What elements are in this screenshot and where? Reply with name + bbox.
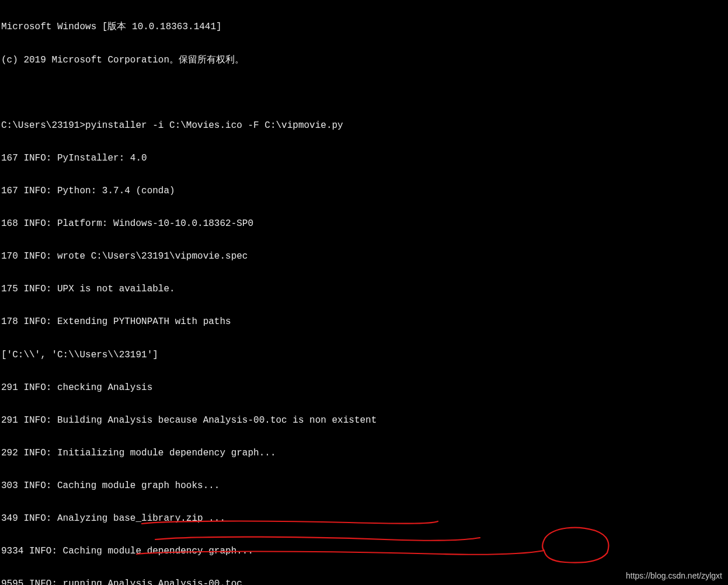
output-line: 292 INFO: Initializing module dependency… [0, 448, 728, 459]
output-line: 178 INFO: Extending PYTHONPATH with path… [0, 316, 728, 328]
blank-line [0, 88, 728, 99]
output-line: ['C:\\', 'C:\\Users\\23191'] [0, 350, 728, 361]
output-line: 291 INFO: checking Analysis [0, 382, 728, 394]
command-prompt: C:\Users\23191>pyinstaller -i C:\Movies.… [0, 120, 728, 131]
output-line: 349 INFO: Analyzing base_library.zip ... [0, 513, 728, 524]
header-line: (c) 2019 Microsoft Corporation。保留所有权利。 [0, 55, 728, 66]
header-line: Microsoft Windows [版本 10.0.18363.1441] [0, 22, 728, 33]
output-line: 9334 INFO: Caching module dependency gra… [0, 546, 728, 557]
output-line: 291 INFO: Building Analysis because Anal… [0, 415, 728, 426]
output-line: 170 INFO: wrote C:\Users\23191\vipmovie.… [0, 251, 728, 262]
watermark-text: https://blog.csdn.net/zylgxt [626, 570, 722, 581]
output-line: 167 INFO: Python: 3.7.4 (conda) [0, 186, 728, 197]
output-line: 168 INFO: Platform: Windows-10-10.0.1836… [0, 218, 728, 229]
output-line: 9595 INFO: running Analysis Analysis-00.… [0, 579, 728, 585]
terminal-window[interactable]: Microsoft Windows [版本 10.0.18363.1441] (… [0, 0, 728, 585]
output-line: 175 INFO: UPX is not available. [0, 284, 728, 295]
output-line: 167 INFO: PyInstaller: 4.0 [0, 153, 728, 164]
output-line: 303 INFO: Caching module graph hooks... [0, 480, 728, 492]
